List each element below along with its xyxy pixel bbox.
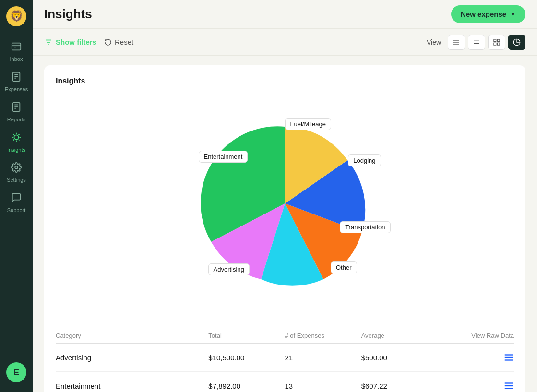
insights-icon	[11, 132, 22, 145]
svg-line-14	[13, 134, 14, 135]
settings-icon	[11, 162, 22, 175]
svg-point-18	[15, 166, 18, 169]
sidebar-item-label: Support	[7, 207, 26, 213]
label-advertising: Advertising	[208, 263, 250, 275]
sidebar-item-inbox[interactable]: Inbox	[0, 36, 33, 67]
sidebar-item-support[interactable]: Support	[0, 188, 33, 218]
label-other: Other	[331, 261, 357, 273]
chart-container: Fuel/Mileage Lodging Transportation Othe…	[56, 93, 514, 319]
label-entertainment: Entertainment	[199, 151, 248, 163]
header-average: Average	[361, 332, 438, 339]
avatar[interactable]: E	[6, 362, 26, 382]
sidebar-item-label: Reports	[7, 117, 26, 122]
insights-card: Insights	[44, 65, 525, 392]
main-content: Insights New expense ▼ Show filters Rese…	[33, 0, 537, 392]
table-row: Entertainment $7,892.00 13 $607.22	[56, 372, 514, 392]
sidebar-logo[interactable]: 🦁	[0, 0, 33, 33]
table-row: Advertising $10,500.00 21 $500.00	[56, 344, 514, 372]
sidebar: 🦁 Inbox Expenses Reports Insights	[0, 0, 33, 392]
svg-rect-27	[494, 39, 496, 42]
sidebar-item-label: Inbox	[10, 56, 23, 62]
header: Insights New expense ▼	[33, 0, 537, 29]
reset-button[interactable]: Reset	[104, 38, 133, 46]
view-list-button[interactable]	[448, 35, 465, 50]
svg-line-17	[19, 134, 20, 135]
sidebar-bottom: E	[0, 358, 33, 392]
sidebar-item-label: Settings	[7, 177, 26, 183]
view-label: View:	[427, 38, 443, 46]
svg-line-16	[13, 140, 14, 141]
svg-rect-28	[497, 39, 500, 42]
label-fuel: Fuel/Mileage	[285, 118, 331, 130]
cell-count: 21	[285, 354, 361, 362]
sidebar-item-reports[interactable]: Reports	[0, 97, 33, 127]
sidebar-item-settings[interactable]: Settings	[0, 157, 33, 188]
header-total: Total	[208, 332, 285, 339]
new-expense-button[interactable]: New expense ▼	[451, 5, 525, 23]
expenses-icon	[11, 71, 22, 84]
svg-rect-0	[12, 43, 21, 50]
view-grid-button[interactable]	[488, 35, 505, 50]
cell-view-raw[interactable]	[438, 352, 514, 363]
pie-chart: Fuel/Mileage Lodging Transportation Othe…	[184, 103, 386, 304]
svg-point-9	[14, 135, 18, 139]
content-area: Insights	[33, 56, 537, 392]
sidebar-item-label: Expenses	[5, 86, 28, 92]
view-raw-icon[interactable]	[503, 352, 514, 363]
show-filters-button[interactable]: Show filters	[44, 38, 96, 47]
svg-line-15	[19, 140, 20, 141]
label-lodging: Lodging	[348, 154, 381, 166]
svg-rect-30	[497, 43, 500, 45]
view-pie-button[interactable]	[508, 35, 525, 50]
inbox-icon	[11, 41, 22, 54]
filter-icon	[44, 38, 53, 47]
cell-average: $607.22	[361, 382, 438, 390]
cell-count: 13	[285, 382, 361, 390]
svg-rect-29	[494, 43, 496, 45]
header-category: Category	[56, 332, 208, 339]
table-header: Category Total # of Expenses Average Vie…	[56, 328, 514, 344]
sidebar-item-expenses[interactable]: Expenses	[0, 67, 33, 97]
cell-category: Advertising	[56, 354, 208, 362]
support-icon	[11, 192, 22, 205]
view-raw-icon[interactable]	[503, 380, 514, 391]
view-compact-button[interactable]	[468, 35, 485, 50]
cell-total: $10,500.00	[208, 354, 285, 362]
cell-category: Entertainment	[56, 382, 208, 390]
cell-average: $500.00	[361, 354, 438, 362]
cell-view-raw[interactable]	[438, 380, 514, 391]
view-controls: View:	[427, 35, 525, 50]
reset-icon	[104, 38, 112, 46]
chevron-down-icon: ▼	[510, 11, 516, 18]
cell-total: $7,892.00	[208, 382, 285, 390]
card-title: Insights	[56, 77, 514, 85]
header-view-raw: View Raw Data	[438, 332, 514, 339]
reports-icon	[11, 102, 22, 115]
sidebar-item-label: Insights	[7, 147, 25, 153]
data-table: Category Total # of Expenses Average Vie…	[56, 328, 514, 392]
sidebar-item-insights[interactable]: Insights	[0, 127, 33, 157]
page-title: Insights	[44, 7, 92, 22]
header-count: # of Expenses	[285, 332, 361, 339]
toolbar: Show filters Reset View:	[33, 29, 537, 56]
label-transportation: Transportation	[340, 221, 390, 233]
logo-icon: 🦁	[6, 6, 26, 26]
sidebar-nav: Inbox Expenses Reports Insights Settings	[0, 36, 33, 218]
